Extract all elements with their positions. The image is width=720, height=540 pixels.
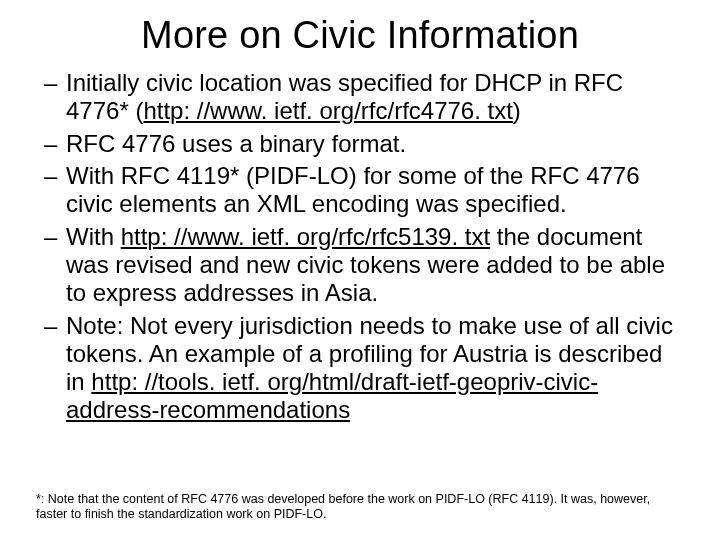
text: With xyxy=(66,223,121,250)
link-draft-ietf[interactable]: http: //tools. ietf. org/html/draft-ietf… xyxy=(66,368,598,423)
list-item: RFC 4776 uses a binary format. xyxy=(44,130,684,158)
link-rfc5139[interactable]: http: //www. ietf. org/rfc/rfc5139. txt xyxy=(121,223,490,250)
slide: More on Civic Information Initially civi… xyxy=(0,0,720,540)
list-item: Initially civic location was specified f… xyxy=(44,69,684,126)
list-item: With http: //www. ietf. org/rfc/rfc5139.… xyxy=(44,223,684,308)
text: ) xyxy=(513,97,521,124)
text: With RFC 4119* (PIDF-LO) for some of the… xyxy=(66,162,640,217)
footnote-text: *: Note that the content of RFC 4776 was… xyxy=(36,492,684,522)
text: RFC 4776 uses a binary format. xyxy=(66,130,406,157)
list-item: Note: Not every jurisdiction needs to ma… xyxy=(44,312,684,425)
link-rfc4776[interactable]: http: //www. ietf. org/rfc/rfc4776. txt xyxy=(143,97,512,124)
list-item: With RFC 4119* (PIDF-LO) for some of the… xyxy=(44,162,684,219)
slide-title: More on Civic Information xyxy=(36,14,684,57)
bullet-list: Initially civic location was specified f… xyxy=(36,69,684,425)
